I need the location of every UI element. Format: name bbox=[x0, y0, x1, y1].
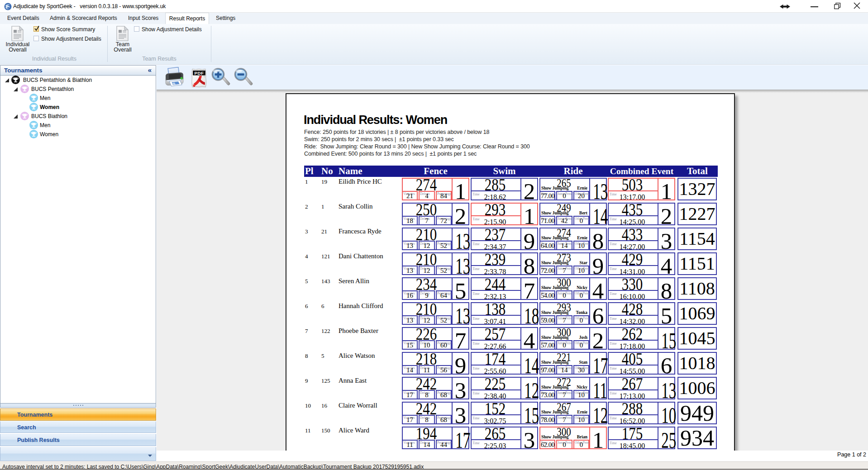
svg-text:PDF: PDF bbox=[194, 71, 204, 76]
